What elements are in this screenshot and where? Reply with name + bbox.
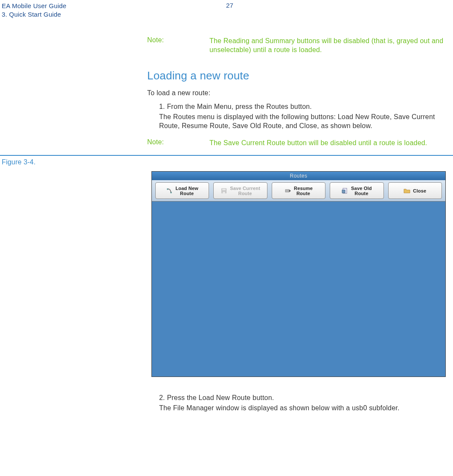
save-old-route-button[interactable]: Save OldRoute xyxy=(330,182,383,199)
svg-rect-3 xyxy=(222,189,226,190)
folder-icon xyxy=(404,187,410,194)
note-body-2: The Save Current Route button will be di… xyxy=(209,138,427,148)
section-heading: Loading a new route xyxy=(147,69,444,82)
resume-route-button[interactable]: ResumeRoute xyxy=(272,182,325,199)
figure-rule xyxy=(0,155,453,156)
save-old-icon xyxy=(342,187,348,194)
note-label-2: Note: xyxy=(147,138,209,148)
section-intro: To load a new route: xyxy=(147,89,444,97)
page-header: EA Mobile User Guide 3. Quick Start Guid… xyxy=(0,2,453,19)
doc-title-line2: 3. Quick Start Guide xyxy=(2,10,67,19)
note-body: The Reading and Summary buttons will be … xyxy=(209,36,444,55)
save-current-route-button[interactable]: Save CurrentRoute xyxy=(213,182,267,199)
window-titlebar: Routes xyxy=(152,172,445,180)
load-new-route-button[interactable]: Load NewRoute xyxy=(155,182,209,199)
route-icon xyxy=(166,187,173,194)
svg-rect-7 xyxy=(342,190,345,193)
routes-window: Routes Load NewRoute Save CurrentRoute R… xyxy=(151,171,446,377)
save-current-route-label: Save CurrentRoute xyxy=(230,186,260,196)
note-block-2: Note: The Save Current Route button will… xyxy=(147,138,444,148)
save-icon xyxy=(221,187,227,194)
load-new-route-label: Load NewRoute xyxy=(175,186,198,196)
resume-route-label: ResumeRoute xyxy=(294,186,313,196)
routes-window-body xyxy=(152,201,445,377)
svg-rect-5 xyxy=(285,190,289,192)
figure-label: Figure 3-4. xyxy=(2,158,453,166)
step-2: 2. Press the Load New Route button. xyxy=(159,394,444,402)
routes-toolbar: Load NewRoute Save CurrentRoute ResumeRo… xyxy=(152,180,445,201)
close-label: Close xyxy=(413,188,426,193)
resume-icon xyxy=(285,187,291,194)
doc-title-line1: EA Mobile User Guide xyxy=(2,2,67,10)
save-old-route-label: Save OldRoute xyxy=(351,186,372,196)
svg-rect-4 xyxy=(223,192,225,193)
step-2-continuation: The File Manager window is displayed as … xyxy=(159,403,444,413)
note-block: Note: The Reading and Summary buttons wi… xyxy=(147,36,444,55)
page-number: 27 xyxy=(226,2,233,9)
step-1: 1. From the Main Menu, press the Routes … xyxy=(159,103,444,111)
step-1-continuation: The Routes menu is displayed with the fo… xyxy=(159,112,444,131)
close-button[interactable]: Close xyxy=(388,182,442,199)
note-label: Note: xyxy=(147,36,209,55)
